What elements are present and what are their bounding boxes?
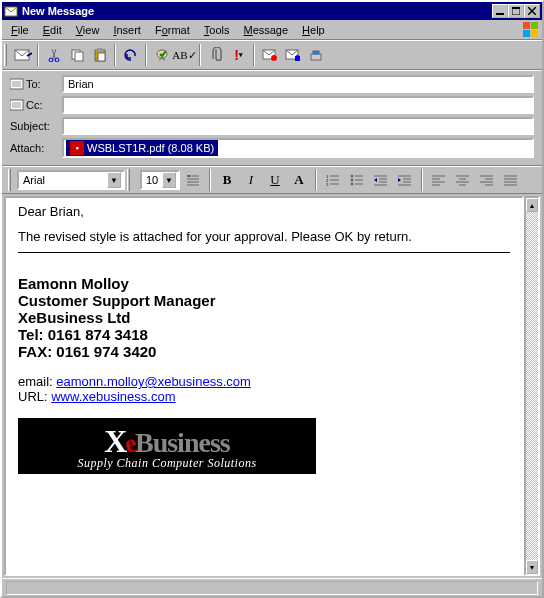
svg-point-38 bbox=[351, 175, 354, 178]
menu-view[interactable]: View bbox=[69, 22, 107, 38]
align-center-button[interactable] bbox=[452, 170, 474, 190]
align-left-button[interactable] bbox=[428, 170, 450, 190]
svg-text:3: 3 bbox=[326, 182, 329, 186]
svg-rect-27 bbox=[187, 175, 191, 177]
to-input[interactable] bbox=[62, 75, 534, 93]
compose-window: New Message File Edit View Insert Format… bbox=[0, 0, 544, 598]
size-select[interactable]: 10 ▼ bbox=[140, 170, 180, 190]
menu-help[interactable]: Help bbox=[295, 22, 332, 38]
check-button[interactable] bbox=[150, 44, 173, 66]
menu-format[interactable]: Format bbox=[148, 22, 197, 38]
svg-rect-17 bbox=[311, 54, 321, 60]
header-fields: To: Cc: Subject: Attach: ▪ WSBLS bbox=[2, 70, 542, 166]
encrypt-button[interactable] bbox=[281, 44, 304, 66]
signature-tel: Tel: 0161 874 3418 bbox=[18, 326, 510, 343]
email-link[interactable]: eamonn.molloy@xebusiness.com bbox=[56, 374, 251, 389]
titlebar[interactable]: New Message bbox=[2, 2, 542, 20]
minimize-button[interactable] bbox=[492, 4, 508, 18]
toolbar-handle[interactable] bbox=[4, 44, 7, 66]
cc-input[interactable] bbox=[62, 96, 534, 114]
copy-button[interactable] bbox=[65, 44, 88, 66]
body-separator bbox=[18, 252, 510, 253]
attachment-item[interactable]: ▪ WSBLST1R.pdf (8.08 KB) bbox=[66, 140, 218, 156]
vertical-scrollbar[interactable]: ▴ ▾ bbox=[524, 196, 540, 576]
svg-rect-8 bbox=[75, 52, 83, 61]
svg-rect-16 bbox=[295, 56, 300, 61]
cc-label[interactable]: Cc: bbox=[10, 99, 62, 111]
align-justify-button[interactable] bbox=[500, 170, 522, 190]
window-title: New Message bbox=[22, 5, 492, 17]
format-toolbar: Arial ▼ 10 ▼ B I U A 123 bbox=[2, 166, 542, 194]
chevron-down-icon[interactable]: ▼ bbox=[107, 172, 121, 188]
send-button[interactable] bbox=[11, 44, 34, 66]
svg-point-42 bbox=[351, 183, 354, 186]
numbered-list-button[interactable]: 123 bbox=[322, 170, 344, 190]
body-greeting: Dear Brian, bbox=[18, 204, 510, 219]
cut-button[interactable] bbox=[42, 44, 65, 66]
menu-edit[interactable]: Edit bbox=[36, 22, 69, 38]
font-select[interactable]: Arial ▼ bbox=[17, 170, 125, 190]
attach-label: Attach: bbox=[10, 142, 62, 154]
svg-point-14 bbox=[271, 55, 277, 61]
scroll-up-button[interactable]: ▴ bbox=[526, 198, 538, 212]
signature-name: Eamonn Molloy bbox=[18, 275, 510, 292]
indent-button[interactable] bbox=[394, 170, 416, 190]
svg-rect-3 bbox=[512, 7, 520, 9]
body-paragraph: The revised style is attached for your a… bbox=[18, 229, 510, 244]
statusbar bbox=[2, 578, 542, 596]
offline-button[interactable] bbox=[304, 44, 327, 66]
message-body[interactable]: Dear Brian, The revised style is attache… bbox=[4, 196, 524, 576]
undo-button[interactable] bbox=[119, 44, 142, 66]
logo-tagline: Supply Chain Computer Solutions bbox=[77, 456, 256, 471]
menubar: File Edit View Insert Format Tools Messa… bbox=[2, 20, 542, 40]
url-prefix: URL: bbox=[18, 389, 51, 404]
to-label[interactable]: To: bbox=[10, 78, 62, 90]
windows-logo bbox=[520, 21, 540, 39]
sign-button[interactable] bbox=[258, 44, 281, 66]
email-prefix: email: bbox=[18, 374, 56, 389]
signature-fax: FAX: 0161 974 3420 bbox=[18, 343, 510, 360]
bullet-list-button[interactable] bbox=[346, 170, 368, 190]
paste-button[interactable] bbox=[88, 44, 111, 66]
main-toolbar: AB✓ !▾ bbox=[2, 40, 542, 70]
svg-rect-10 bbox=[97, 48, 103, 51]
svg-rect-18 bbox=[313, 51, 319, 54]
svg-point-40 bbox=[351, 179, 354, 182]
signature-title: Customer Support Manager bbox=[18, 292, 510, 309]
spelling-button[interactable]: AB✓ bbox=[173, 44, 196, 66]
close-button[interactable] bbox=[524, 4, 540, 18]
maximize-button[interactable] bbox=[508, 4, 524, 18]
url-link[interactable]: www.xebusiness.com bbox=[51, 389, 175, 404]
window-icon bbox=[4, 4, 18, 18]
menu-file[interactable]: File bbox=[4, 22, 36, 38]
pdf-icon: ▪ bbox=[70, 141, 84, 155]
scroll-track[interactable] bbox=[526, 212, 538, 560]
attachment-filename: WSBLST1R.pdf (8.08 KB) bbox=[87, 142, 214, 154]
body-area: Dear Brian, The revised style is attache… bbox=[2, 194, 542, 578]
subject-label: Subject: bbox=[10, 120, 62, 132]
menu-message[interactable]: Message bbox=[236, 22, 295, 38]
attach-box[interactable]: ▪ WSBLST1R.pdf (8.08 KB) bbox=[62, 138, 534, 158]
format-handle[interactable] bbox=[8, 169, 11, 191]
menu-insert[interactable]: Insert bbox=[106, 22, 148, 38]
bold-button[interactable]: B bbox=[216, 170, 238, 190]
subject-input[interactable] bbox=[62, 117, 534, 135]
outdent-button[interactable] bbox=[370, 170, 392, 190]
font-color-button[interactable]: A bbox=[288, 170, 310, 190]
scroll-down-button[interactable]: ▾ bbox=[526, 560, 538, 574]
align-right-button[interactable] bbox=[476, 170, 498, 190]
menu-tools[interactable]: Tools bbox=[197, 22, 237, 38]
svg-rect-1 bbox=[496, 13, 504, 15]
priority-button[interactable]: !▾ bbox=[227, 44, 250, 66]
format-handle-2[interactable] bbox=[127, 169, 130, 191]
company-logo: XeBusiness Supply Chain Computer Solutio… bbox=[18, 418, 316, 474]
signature-company: XeBusiness Ltd bbox=[18, 309, 510, 326]
italic-button[interactable]: I bbox=[240, 170, 262, 190]
chevron-down-icon[interactable]: ▼ bbox=[162, 172, 176, 188]
underline-button[interactable]: U bbox=[264, 170, 286, 190]
svg-rect-11 bbox=[98, 53, 105, 61]
attach-button[interactable] bbox=[204, 44, 227, 66]
paragraph-style-button[interactable] bbox=[182, 170, 204, 190]
